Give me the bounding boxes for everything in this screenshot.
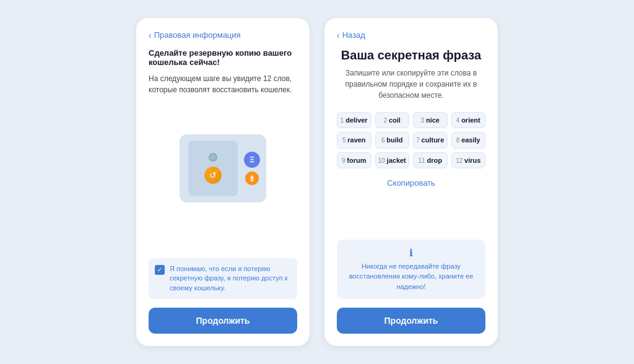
words-grid: 1 deliver2 coil3 nice4 orient5 raven6 bu… [337, 112, 485, 168]
back-label-card2: Назад [342, 30, 365, 40]
checkbox-label: Я понимаю, что если я потеряю секретную … [170, 264, 291, 293]
word-cell: 2 coil [375, 112, 410, 128]
warning-icon: ℹ [344, 247, 478, 259]
word-cell: 7 culture [413, 132, 448, 148]
word-cell: 9 forum [337, 152, 371, 168]
back-link-card2[interactable]: ‹ Назад [337, 30, 485, 40]
safe-handle [209, 153, 217, 162]
card1-description: На следующем шаге вы увидите 12 слов, ко… [149, 73, 297, 95]
main-container: ‹ Правовая информация Сделайте резервную… [0, 0, 634, 364]
checkmark-icon: ✓ [157, 267, 162, 273]
btc-icon: ₿ [245, 171, 259, 185]
checkbox[interactable]: ✓ [155, 265, 165, 275]
safe-door: ↺ [188, 141, 238, 196]
word-cell: 11 drop [413, 152, 448, 168]
card-backup: ‹ Правовая информация Сделайте резервную… [136, 18, 310, 346]
word-cell: 3 nice [413, 112, 448, 128]
checkbox-row[interactable]: ✓ Я понимаю, что если я потеряю секретну… [149, 258, 297, 299]
word-cell: 10 jacket [375, 152, 410, 168]
back-label-card1: Правовая информация [154, 30, 241, 40]
chevron-left-icon-2: ‹ [337, 31, 340, 40]
warning-box: ℹ Никогда не передавайте фразу восстанов… [337, 240, 485, 300]
chevron-left-icon: ‹ [149, 31, 152, 40]
word-cell: 12 virus [451, 152, 486, 168]
back-link-card1[interactable]: ‹ Правовая информация [149, 30, 297, 40]
continue-button-card1[interactable]: Продолжить [149, 308, 297, 334]
crypto-icons: Ξ ₿ [244, 152, 260, 185]
copy-link[interactable]: Скопировать [337, 178, 485, 188]
eth-icon: Ξ [244, 152, 260, 168]
word-cell: 8 easily [451, 132, 486, 148]
card-secret-phrase: ‹ Назад Ваша секретная фраза Запишите ил… [324, 18, 498, 346]
card1-title: Сделайте резервную копию вашего кошелька… [149, 48, 297, 67]
safe-lock-icon: ↺ [204, 167, 222, 184]
word-cell: 4 orient [451, 112, 486, 128]
card2-description: Запишите или скопируйте эти слова в прав… [337, 67, 485, 101]
card2-title: Ваша секретная фраза [337, 48, 485, 63]
safe-illustration: ↺ Ξ ₿ [149, 108, 297, 229]
word-cell: 6 build [375, 132, 410, 148]
safe-box: ↺ Ξ ₿ [180, 134, 266, 202]
warning-text: Никогда не передавайте фразу восстановле… [344, 261, 478, 292]
word-cell: 5 raven [337, 132, 371, 148]
word-cell: 1 deliver [337, 112, 371, 128]
continue-button-card2[interactable]: Продолжить [337, 308, 485, 334]
